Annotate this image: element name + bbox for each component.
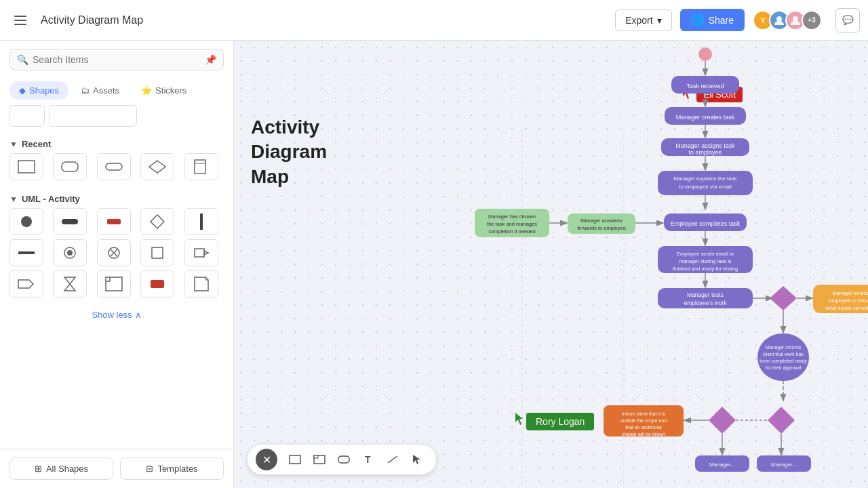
uml-action[interactable]	[53, 208, 87, 235]
uml-decision[interactable]	[140, 208, 174, 235]
shape-rounded-rect[interactable]	[53, 153, 87, 180]
tab-shapes[interactable]: ◆ Shapes	[9, 81, 68, 100]
svg-line-88	[388, 456, 397, 463]
uml-shapes-grid	[9, 208, 224, 304]
collaborator-avatars: Y +3	[753, 10, 822, 30]
tab-stickers[interactable]: ⭐ Stickers	[132, 81, 196, 100]
svg-text:Employee sends email to: Employee sends email to	[677, 251, 734, 257]
svg-marker-23	[64, 277, 75, 291]
search-input[interactable]	[33, 54, 201, 65]
svg-text:Employee completes task: Employee completes task	[671, 220, 741, 227]
all-shapes-icon: ⊞	[35, 464, 42, 474]
text-tool[interactable]: T	[357, 449, 379, 470]
svg-rect-12	[200, 214, 203, 230]
svg-rect-25	[151, 280, 164, 288]
chevron-up-icon: ∧	[135, 310, 142, 320]
shape-diamond[interactable]	[140, 153, 174, 180]
canvas[interactable]: Eli Scott Activity Diagram Map Task rece…	[234, 41, 868, 488]
stickers-icon: ⭐	[141, 85, 152, 96]
uml-flow-final[interactable]	[97, 239, 131, 266]
shape-preset-1[interactable]	[9, 105, 45, 127]
svg-marker-82	[515, 413, 523, 425]
uml-frame[interactable]	[97, 270, 131, 298]
svg-text:Manager emails: Manager emails	[832, 290, 868, 296]
svg-text:Inform client that it is: Inform client that it is	[622, 411, 666, 416]
svg-text:Manager explains the task: Manager explains the task	[673, 176, 737, 182]
shape-stadium[interactable]	[97, 153, 131, 180]
pin-icon[interactable]: 📌	[205, 54, 216, 65]
node-manager-explains[interactable]	[658, 171, 753, 195]
svg-marker-26	[195, 277, 208, 291]
svg-point-15	[67, 250, 73, 256]
shape-square[interactable]	[9, 153, 43, 180]
uml-start-node[interactable]	[9, 208, 43, 235]
svg-rect-3	[62, 162, 78, 171]
uml-fork-vertical[interactable]	[184, 208, 218, 235]
share-label: Share	[709, 15, 734, 26]
svg-text:finished and ready for testing: finished and ready for testing	[673, 266, 738, 272]
templates-button[interactable]: ⊟ Templates	[120, 458, 224, 480]
svg-marker-21	[204, 251, 208, 255]
svg-text:Manager informs: Manager informs	[766, 345, 802, 350]
avatar-more[interactable]: +3	[802, 10, 822, 30]
main-layout: 🔍 📌 ◆ Shapes 🗂 Assets ⭐ Stickers	[0, 41, 868, 488]
svg-text:client that work has: client that work has	[763, 352, 804, 357]
search-bar: 🔍 📌	[9, 49, 224, 70]
comment-button[interactable]: 💬	[835, 8, 860, 33]
uml-arrow-icon: ▼	[9, 195, 18, 204]
svg-rect-13	[18, 251, 35, 254]
uml-accept-event[interactable]	[97, 208, 131, 235]
rectangle-tool[interactable]	[284, 449, 306, 470]
uml-end-flow[interactable]	[53, 239, 87, 266]
share-button[interactable]: 🌐 Share	[680, 9, 745, 31]
svg-text:employee to inform: employee to inform	[829, 298, 868, 304]
close-toolbar-button[interactable]: ✕	[256, 449, 277, 470]
diagram-svg: Task received Manager creates task Manag…	[437, 41, 868, 488]
search-icon: 🔍	[17, 54, 28, 65]
menu-button[interactable]	[8, 8, 33, 33]
svg-rect-20	[195, 249, 204, 257]
assets-icon: 🗂	[81, 85, 90, 96]
svg-text:what needs correcting: what needs correcting	[825, 305, 868, 311]
svg-text:Manager has chosen: Manager has chosen	[488, 214, 536, 220]
uml-send-signal[interactable]	[9, 270, 43, 298]
svg-marker-11	[151, 215, 164, 228]
svg-rect-24	[106, 277, 122, 291]
tab-assets[interactable]: 🗂 Assets	[71, 81, 129, 100]
shape-page[interactable]	[184, 153, 218, 180]
svg-text:T: T	[365, 454, 371, 465]
node-manager-informs[interactable]	[757, 333, 809, 381]
shape-tabs: ◆ Shapes 🗂 Assets ⭐ Stickers	[0, 76, 233, 105]
all-shapes-button[interactable]: ⊞ All Shapes	[9, 458, 113, 480]
svg-marker-89	[413, 455, 420, 464]
svg-text:Manager...: Manager...	[709, 462, 735, 468]
svg-rect-19	[152, 247, 163, 258]
uml-object-node[interactable]	[140, 239, 174, 266]
shape-preset-2[interactable]	[49, 105, 137, 127]
pointer-tool[interactable]	[406, 449, 428, 470]
line-tool[interactable]	[382, 449, 403, 470]
show-less-button[interactable]: Show less ∧	[9, 304, 224, 325]
sidebar-footer: ⊞ All Shapes ⊟ Templates	[0, 449, 233, 488]
recent-section-header[interactable]: ▼ Recent	[9, 132, 224, 153]
canvas-diagram-title: Activity Diagram Map	[251, 115, 327, 189]
uml-swimlane[interactable]	[140, 270, 174, 298]
diagram-title: Activity Diagram Map	[41, 14, 143, 26]
svg-text:Manager tests: Manager tests	[687, 291, 724, 298]
uml-section-header[interactable]: ▼ UML - Activity	[9, 187, 224, 208]
svg-text:outside the scope and: outside the scope and	[620, 418, 667, 424]
svg-text:Task received: Task received	[686, 83, 724, 89]
svg-text:manager stating task is: manager stating task is	[679, 258, 731, 264]
export-button[interactable]: Export ▾	[615, 9, 671, 31]
svg-text:been completed ready: been completed ready	[760, 359, 807, 364]
uml-note[interactable]	[184, 270, 218, 298]
uml-time-event[interactable]	[53, 270, 87, 298]
uml-fork-horizontal[interactable]	[9, 239, 43, 266]
globe-icon: 🌐	[691, 14, 705, 26]
uml-pin[interactable]	[184, 239, 218, 266]
svg-point-8	[21, 216, 32, 227]
frame-tool[interactable]	[309, 449, 330, 470]
rounded-tool[interactable]	[333, 449, 355, 470]
hamburger-icon	[14, 16, 26, 25]
bottom-toolbar: ✕ T	[248, 445, 436, 474]
